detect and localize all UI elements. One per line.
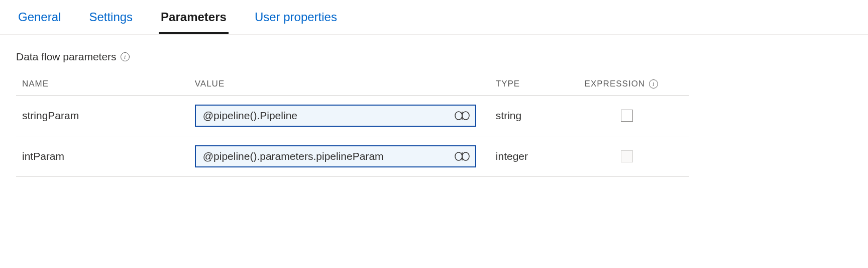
col-header-name: NAME	[22, 79, 195, 89]
col-header-type: TYPE	[496, 79, 585, 89]
info-icon[interactable]: i	[649, 79, 658, 88]
value-input[interactable]: @pipeline().parameters.pipelineParam	[195, 145, 476, 167]
dynamic-content-icon[interactable]	[454, 151, 470, 161]
svg-point-0	[455, 112, 462, 120]
col-header-value: VALUE	[195, 79, 496, 89]
param-type: string	[496, 110, 585, 122]
dynamic-content-icon[interactable]	[454, 111, 470, 121]
value-text: @pipeline().parameters.pipelineParam	[203, 150, 454, 162]
value-input[interactable]: @pipeline().Pipeline	[195, 105, 476, 127]
col-header-expression-text: EXPRESSION	[585, 79, 645, 89]
content-area: Data flow parameters i NAME VALUE TYPE E…	[0, 35, 868, 177]
tab-bar: General Settings Parameters User propert…	[0, 0, 868, 35]
param-name: stringParam	[22, 110, 195, 122]
param-value-cell: @pipeline().Pipeline	[195, 105, 496, 127]
col-header-expression: EXPRESSION i	[585, 79, 683, 89]
param-expression-cell	[585, 150, 683, 162]
table-row: intParam @pipeline().parameters.pipeline…	[16, 136, 689, 177]
tab-parameters[interactable]: Parameters	[159, 6, 229, 34]
svg-point-3	[455, 152, 462, 160]
param-expression-cell	[585, 110, 683, 122]
tab-general[interactable]: General	[16, 6, 63, 34]
table-header: NAME VALUE TYPE EXPRESSION i	[16, 75, 689, 96]
tab-settings[interactable]: Settings	[87, 6, 135, 34]
param-type: integer	[496, 150, 585, 162]
table-row: stringParam @pipeline().Pipeline string	[16, 96, 689, 136]
info-icon[interactable]: i	[121, 52, 130, 61]
expression-checkbox[interactable]	[621, 110, 633, 122]
parameters-table: NAME VALUE TYPE EXPRESSION i stringParam…	[16, 75, 689, 177]
param-name: intParam	[22, 150, 195, 162]
expression-checkbox	[621, 150, 633, 162]
svg-point-1	[462, 112, 469, 120]
section-title: Data flow parameters i	[16, 51, 852, 63]
svg-point-4	[462, 152, 469, 160]
tab-user-properties[interactable]: User properties	[253, 6, 339, 34]
value-text: @pipeline().Pipeline	[203, 110, 454, 122]
section-title-text: Data flow parameters	[16, 51, 117, 63]
param-value-cell: @pipeline().parameters.pipelineParam	[195, 145, 496, 167]
